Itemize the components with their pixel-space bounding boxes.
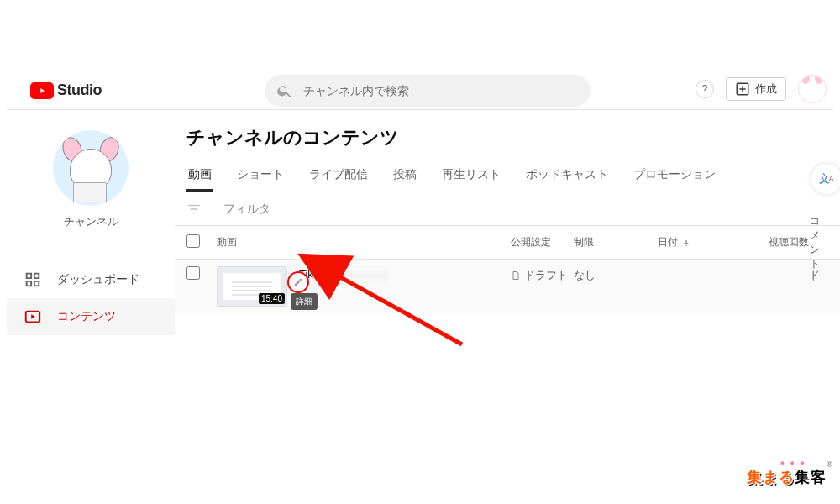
content-tabs: 動画 ショート ライブ配信 投稿 再生リスト ポッドキャスト プロモーション bbox=[175, 157, 840, 192]
channel-label: チャンネル bbox=[7, 214, 175, 229]
main-area: チャンネルのコンテンツ 動画 ショート ライブ配信 投稿 再生リスト ポッドキャ… bbox=[175, 110, 840, 313]
search-box[interactable] bbox=[265, 75, 591, 107]
create-plus-icon bbox=[735, 81, 750, 97]
tab-shorts[interactable]: ショート bbox=[235, 162, 286, 192]
cell-visibility: ドラフト bbox=[511, 266, 574, 283]
cell-comments: ド bbox=[809, 266, 828, 283]
detail-tooltip: 詳細 bbox=[291, 293, 318, 310]
filter-icon bbox=[186, 202, 202, 217]
col-video[interactable]: 動画 bbox=[217, 235, 511, 249]
tab-videos[interactable]: 動画 bbox=[186, 162, 213, 192]
select-all-checkbox[interactable] bbox=[186, 234, 200, 248]
page-title: チャンネルのコンテンツ bbox=[175, 110, 840, 157]
col-restrictions[interactable]: 制限 bbox=[574, 235, 658, 249]
video-title[interactable]: TikTok bbox=[299, 266, 511, 281]
edit-details-button[interactable] bbox=[287, 271, 309, 293]
translate-fab[interactable]: 文A bbox=[811, 164, 840, 194]
tab-posts[interactable]: 投稿 bbox=[391, 162, 418, 192]
sort-down-icon bbox=[681, 238, 691, 248]
nav-dashboard[interactable]: ダッシュボード bbox=[7, 261, 175, 298]
col-date[interactable]: 日付 bbox=[658, 235, 742, 249]
dashboard-icon bbox=[24, 270, 42, 289]
channel-avatar[interactable] bbox=[53, 130, 129, 206]
tab-live[interactable]: ライブ配信 bbox=[307, 162, 370, 192]
create-button[interactable]: 作成 bbox=[726, 77, 786, 101]
account-avatar[interactable] bbox=[798, 75, 827, 103]
watermark: ● ● ● 集まる集客 ® bbox=[747, 467, 827, 487]
app-header: Studio ? 作成 bbox=[7, 71, 833, 110]
title-redacted bbox=[330, 270, 389, 281]
create-label: 作成 bbox=[755, 81, 777, 97]
content-icon bbox=[24, 307, 42, 326]
sidebar: チャンネル ダッシュボード コンテンツ bbox=[7, 110, 175, 335]
nav-content[interactable]: コンテンツ bbox=[7, 298, 175, 335]
video-thumbnail[interactable]: 15:40 bbox=[217, 266, 287, 307]
col-visibility[interactable]: 公開設定 bbox=[511, 235, 574, 249]
youtube-play-icon bbox=[30, 82, 54, 99]
cell-restrictions: なし bbox=[574, 266, 658, 283]
video-duration: 15:40 bbox=[259, 293, 285, 304]
studio-logo[interactable]: Studio bbox=[7, 81, 102, 99]
header-actions: ? 作成 bbox=[696, 75, 827, 103]
tab-playlists[interactable]: 再生リスト bbox=[440, 162, 502, 192]
logo-text: Studio bbox=[57, 81, 102, 99]
video-row[interactable]: 15:40 詳細 TikTok ドラフト なし ド bbox=[175, 260, 840, 313]
row-checkbox[interactable] bbox=[186, 266, 200, 280]
filter-label: フィルタ bbox=[223, 202, 270, 217]
search-input[interactable] bbox=[303, 84, 579, 97]
nav-label: コンテンツ bbox=[57, 309, 116, 324]
tab-podcasts[interactable]: ポッドキャスト bbox=[524, 162, 610, 192]
table-header: 動画 公開設定 制限 日付 視聴回数 コメント bbox=[175, 226, 840, 260]
col-comments[interactable]: コメント bbox=[809, 214, 828, 271]
help-icon[interactable]: ? bbox=[696, 80, 714, 98]
draft-icon bbox=[511, 270, 521, 281]
channel-name-redacted bbox=[53, 233, 129, 246]
search-icon bbox=[276, 82, 293, 99]
nav-label: ダッシュボード bbox=[57, 272, 139, 287]
filter-bar[interactable]: フィルタ bbox=[175, 192, 840, 226]
tab-promotion[interactable]: プロモーション bbox=[632, 162, 717, 192]
pencil-icon bbox=[293, 277, 303, 287]
col-views[interactable]: 視聴回数 bbox=[742, 235, 809, 249]
